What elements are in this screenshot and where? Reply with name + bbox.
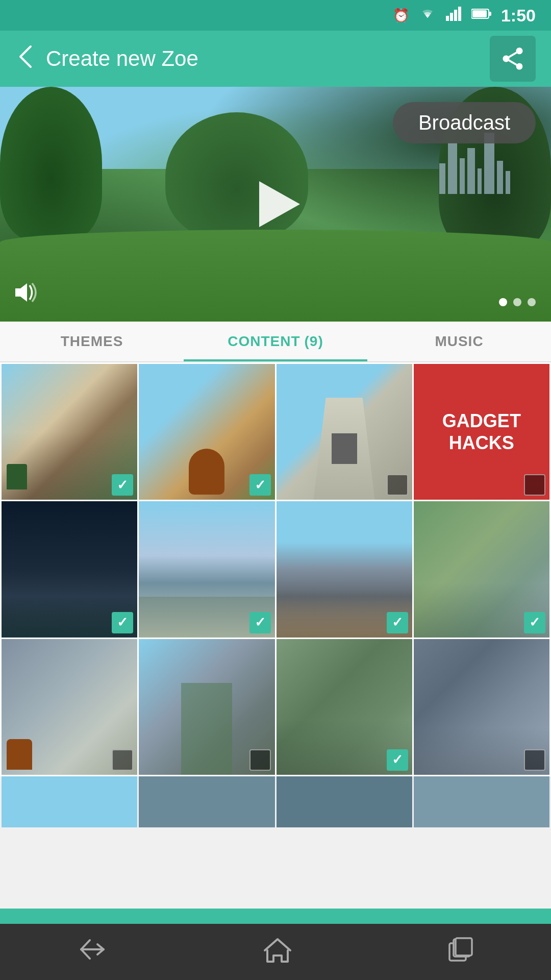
partial-item-4[interactable]	[414, 776, 549, 827]
grid-item-4-check[interactable]	[524, 474, 545, 496]
app-bar-left: Create new Zoe	[15, 44, 198, 74]
nav-home-icon	[262, 936, 293, 968]
status-time: 1:50	[501, 6, 536, 26]
grid-item-11-check[interactable]: ✓	[387, 749, 408, 771]
partial-item-3[interactable]	[277, 776, 412, 827]
share-button[interactable]	[490, 36, 536, 82]
battery-icon	[471, 8, 492, 23]
tree-decoration-left	[0, 87, 102, 240]
broadcast-pill[interactable]: Broadcast	[393, 102, 536, 143]
grid-item-10-check[interactable]	[249, 749, 271, 771]
nav-back-button[interactable]	[62, 933, 123, 971]
svg-rect-1	[450, 13, 453, 21]
nav-home-button[interactable]	[247, 931, 308, 973]
grid-item-4[interactable]: GADGET HACKS	[414, 364, 549, 500]
svg-rect-2	[454, 10, 457, 21]
svg-rect-6	[489, 12, 491, 16]
broadcast-label: Broadcast	[418, 111, 510, 134]
nav-recent-button[interactable]	[432, 931, 489, 973]
content-count-badge: (9)	[305, 333, 323, 350]
signal-icon	[446, 7, 462, 24]
dot-3	[528, 298, 536, 306]
tab-themes[interactable]: THEMES	[0, 322, 184, 361]
grid-item-3[interactable]	[277, 364, 412, 500]
grid-item-2[interactable]: ✓	[139, 364, 274, 500]
grid-item-8-check[interactable]: ✓	[524, 612, 545, 633]
grid-item-1[interactable]: ✓	[2, 364, 137, 500]
dots-indicator	[499, 298, 536, 306]
video-preview[interactable]: Broadcast	[0, 87, 551, 322]
wifi-icon	[418, 7, 437, 24]
status-bar: ⏰ 1:50	[0, 0, 551, 31]
ground-area	[0, 230, 551, 322]
partial-bottom-row	[0, 776, 551, 829]
partial-item-1[interactable]	[2, 776, 137, 827]
tabs-bar: THEMES CONTENT (9) MUSIC	[0, 322, 551, 362]
grid-item-2-check[interactable]: ✓	[249, 474, 271, 496]
play-button[interactable]	[250, 179, 301, 230]
grid-item-3-check[interactable]	[387, 474, 408, 496]
dot-2	[513, 298, 521, 306]
grid-item-5-check[interactable]: ✓	[112, 612, 133, 633]
svg-rect-5	[472, 10, 487, 17]
nav-back-icon	[77, 938, 108, 966]
grid-item-12[interactable]	[414, 639, 549, 775]
grid-item-9[interactable]	[2, 639, 137, 775]
gadget-hacks-text: GADGET HACKS	[442, 410, 521, 454]
grid-item-9-check[interactable]	[112, 749, 133, 771]
grid-item-6-check[interactable]: ✓	[249, 612, 271, 633]
svg-rect-10	[456, 938, 472, 955]
grid-item-8[interactable]: ✓	[414, 501, 549, 637]
svg-rect-3	[458, 7, 461, 21]
grid-item-10[interactable]	[139, 639, 274, 775]
app-bar: Create new Zoe	[0, 31, 551, 87]
bottom-navigation	[0, 924, 551, 980]
dot-1	[499, 298, 507, 306]
grid-item-11[interactable]: ✓	[277, 639, 412, 775]
clock-icon: ⏰	[393, 8, 409, 23]
tab-music[interactable]: MUSIC	[367, 322, 551, 361]
grid-item-6[interactable]: ✓	[139, 501, 274, 637]
grid-item-1-check[interactable]: ✓	[112, 474, 133, 496]
partial-item-2[interactable]	[139, 776, 274, 827]
volume-icon[interactable]	[13, 281, 41, 309]
svg-rect-0	[446, 16, 449, 21]
play-triangle-icon	[259, 181, 300, 227]
app-title: Create new Zoe	[46, 46, 198, 71]
grid-item-5[interactable]: ✓	[2, 501, 137, 637]
svg-marker-7	[15, 283, 27, 302]
grid-item-12-check[interactable]	[524, 749, 545, 771]
grid-item-7[interactable]: ✓	[277, 501, 412, 637]
grid-item-7-check[interactable]: ✓	[387, 612, 408, 633]
content-grid: ✓ ✓ GADGET HACKS	[0, 362, 551, 776]
back-button[interactable]	[15, 44, 36, 74]
tab-content[interactable]: CONTENT (9)	[184, 322, 367, 361]
nav-recent-icon	[447, 936, 474, 968]
bottom-accent-strip	[0, 909, 551, 924]
